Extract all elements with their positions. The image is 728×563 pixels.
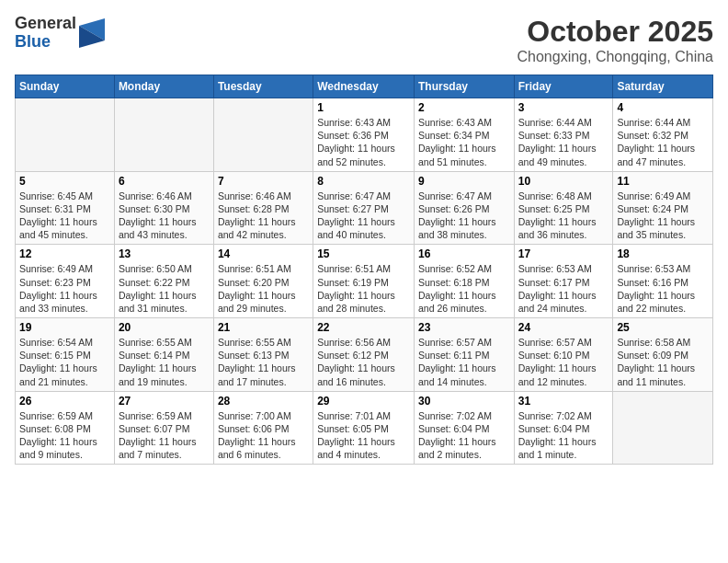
calendar-cell: 20Sunrise: 6:55 AM Sunset: 6:14 PM Dayli…	[114, 318, 213, 392]
day-info: Sunrise: 6:50 AM Sunset: 6:22 PM Dayligh…	[119, 262, 210, 315]
day-info: Sunrise: 6:57 AM Sunset: 6:10 PM Dayligh…	[518, 336, 609, 388]
day-number: 3	[518, 101, 609, 114]
calendar-cell: 13Sunrise: 6:50 AM Sunset: 6:22 PM Dayli…	[114, 245, 213, 318]
day-info: Sunrise: 6:58 AM Sunset: 6:09 PM Dayligh…	[617, 336, 709, 388]
weekday-header-monday: Monday	[114, 75, 213, 98]
logo-text: General Blue	[15, 15, 76, 52]
calendar-week-row: 19Sunrise: 6:54 AM Sunset: 6:15 PM Dayli…	[16, 318, 713, 392]
calendar-cell: 4Sunrise: 6:44 AM Sunset: 6:32 PM Daylig…	[613, 98, 713, 172]
day-number: 15	[317, 247, 410, 260]
day-info: Sunrise: 7:02 AM Sunset: 6:04 PM Dayligh…	[518, 409, 609, 462]
day-number: 9	[418, 175, 510, 188]
day-info: Sunrise: 6:57 AM Sunset: 6:11 PM Dayligh…	[418, 336, 510, 388]
calendar-cell: 9Sunrise: 6:47 AM Sunset: 6:26 PM Daylig…	[414, 171, 514, 245]
calendar-cell: 14Sunrise: 6:51 AM Sunset: 6:20 PM Dayli…	[213, 245, 313, 318]
weekday-header-friday: Friday	[514, 75, 613, 98]
calendar-cell: 1Sunrise: 6:43 AM Sunset: 6:36 PM Daylig…	[313, 98, 415, 172]
day-info: Sunrise: 6:49 AM Sunset: 6:23 PM Dayligh…	[19, 262, 110, 315]
location-subtitle: Chongxing, Chongqing, China	[518, 49, 713, 65]
day-info: Sunrise: 6:59 AM Sunset: 6:07 PM Dayligh…	[119, 409, 210, 462]
calendar-cell	[16, 98, 115, 172]
day-number: 1	[317, 101, 410, 114]
calendar-cell	[613, 391, 713, 465]
day-number: 28	[218, 395, 309, 408]
day-number: 12	[19, 247, 110, 260]
calendar-cell: 16Sunrise: 6:52 AM Sunset: 6:18 PM Dayli…	[414, 245, 514, 318]
calendar-cell: 19Sunrise: 6:54 AM Sunset: 6:15 PM Dayli…	[16, 318, 115, 392]
calendar-cell: 12Sunrise: 6:49 AM Sunset: 6:23 PM Dayli…	[16, 245, 115, 318]
calendar-header: SundayMondayTuesdayWednesdayThursdayFrid…	[16, 75, 713, 98]
day-number: 16	[418, 247, 510, 260]
weekday-header-sunday: Sunday	[16, 75, 115, 98]
calendar-cell: 31Sunrise: 7:02 AM Sunset: 6:04 PM Dayli…	[514, 391, 613, 465]
calendar-cell: 5Sunrise: 6:45 AM Sunset: 6:31 PM Daylig…	[16, 171, 115, 245]
calendar-cell: 26Sunrise: 6:59 AM Sunset: 6:08 PM Dayli…	[16, 391, 115, 465]
calendar-week-row: 5Sunrise: 6:45 AM Sunset: 6:31 PM Daylig…	[16, 171, 713, 245]
day-info: Sunrise: 6:45 AM Sunset: 6:31 PM Dayligh…	[19, 190, 110, 242]
calendar-cell: 6Sunrise: 6:46 AM Sunset: 6:30 PM Daylig…	[114, 171, 213, 245]
day-info: Sunrise: 6:53 AM Sunset: 6:17 PM Dayligh…	[518, 262, 609, 315]
calendar-cell: 8Sunrise: 6:47 AM Sunset: 6:27 PM Daylig…	[313, 171, 415, 245]
calendar-cell: 11Sunrise: 6:49 AM Sunset: 6:24 PM Dayli…	[613, 171, 713, 245]
day-number: 8	[317, 175, 410, 188]
day-number: 29	[317, 395, 410, 408]
calendar-cell: 10Sunrise: 6:48 AM Sunset: 6:25 PM Dayli…	[514, 171, 613, 245]
month-title: October 2025	[518, 15, 713, 49]
day-number: 2	[418, 101, 510, 114]
day-number: 20	[119, 321, 210, 334]
calendar-cell	[213, 98, 313, 172]
day-number: 6	[119, 175, 210, 188]
page-header: General Blue October 2025 Chongxing, Cho…	[15, 15, 713, 65]
day-info: Sunrise: 6:51 AM Sunset: 6:20 PM Dayligh…	[218, 262, 309, 315]
calendar-cell: 28Sunrise: 7:00 AM Sunset: 6:06 PM Dayli…	[213, 391, 313, 465]
day-number: 5	[19, 175, 110, 188]
calendar-cell	[114, 98, 213, 172]
day-number: 19	[19, 321, 110, 334]
day-info: Sunrise: 7:00 AM Sunset: 6:06 PM Dayligh…	[218, 409, 309, 462]
calendar-cell: 22Sunrise: 6:56 AM Sunset: 6:12 PM Dayli…	[313, 318, 415, 392]
day-info: Sunrise: 6:49 AM Sunset: 6:24 PM Dayligh…	[617, 190, 709, 242]
day-info: Sunrise: 6:59 AM Sunset: 6:08 PM Dayligh…	[19, 409, 110, 462]
weekday-header-thursday: Thursday	[414, 75, 514, 98]
day-info: Sunrise: 6:43 AM Sunset: 6:34 PM Dayligh…	[418, 116, 510, 168]
calendar-cell: 29Sunrise: 7:01 AM Sunset: 6:05 PM Dayli…	[313, 391, 415, 465]
weekday-header-saturday: Saturday	[613, 75, 713, 98]
calendar-week-row: 26Sunrise: 6:59 AM Sunset: 6:08 PM Dayli…	[16, 391, 713, 465]
calendar-cell: 17Sunrise: 6:53 AM Sunset: 6:17 PM Dayli…	[514, 245, 613, 318]
calendar-cell: 2Sunrise: 6:43 AM Sunset: 6:34 PM Daylig…	[414, 98, 514, 172]
day-info: Sunrise: 6:55 AM Sunset: 6:14 PM Dayligh…	[119, 336, 210, 388]
logo-general: General	[15, 15, 76, 33]
day-info: Sunrise: 6:46 AM Sunset: 6:30 PM Dayligh…	[119, 190, 210, 242]
day-info: Sunrise: 7:02 AM Sunset: 6:04 PM Dayligh…	[418, 409, 510, 462]
calendar-cell: 25Sunrise: 6:58 AM Sunset: 6:09 PM Dayli…	[613, 318, 713, 392]
logo-icon	[79, 18, 105, 48]
weekday-header-wednesday: Wednesday	[313, 75, 415, 98]
calendar-cell: 23Sunrise: 6:57 AM Sunset: 6:11 PM Dayli…	[414, 318, 514, 392]
logo: General Blue	[15, 15, 105, 52]
day-number: 31	[518, 395, 609, 408]
day-info: Sunrise: 6:55 AM Sunset: 6:13 PM Dayligh…	[218, 336, 309, 388]
title-section: October 2025 Chongxing, Chongqing, China	[518, 15, 713, 65]
logo-blue: Blue	[15, 33, 76, 52]
calendar-week-row: 1Sunrise: 6:43 AM Sunset: 6:36 PM Daylig…	[16, 98, 713, 172]
day-number: 4	[617, 101, 709, 114]
day-number: 11	[617, 175, 709, 188]
day-number: 26	[19, 395, 110, 408]
calendar-cell: 24Sunrise: 6:57 AM Sunset: 6:10 PM Dayli…	[514, 318, 613, 392]
day-number: 7	[218, 175, 309, 188]
day-number: 23	[418, 321, 510, 334]
day-info: Sunrise: 6:51 AM Sunset: 6:19 PM Dayligh…	[317, 262, 410, 315]
day-number: 13	[119, 247, 210, 260]
day-info: Sunrise: 6:54 AM Sunset: 6:15 PM Dayligh…	[19, 336, 110, 388]
day-info: Sunrise: 6:48 AM Sunset: 6:25 PM Dayligh…	[518, 190, 609, 242]
calendar-cell: 3Sunrise: 6:44 AM Sunset: 6:33 PM Daylig…	[514, 98, 613, 172]
day-info: Sunrise: 6:47 AM Sunset: 6:27 PM Dayligh…	[317, 190, 410, 242]
calendar-cell: 18Sunrise: 6:53 AM Sunset: 6:16 PM Dayli…	[613, 245, 713, 318]
day-number: 17	[518, 247, 609, 260]
weekday-header-tuesday: Tuesday	[213, 75, 313, 98]
calendar-cell: 30Sunrise: 7:02 AM Sunset: 6:04 PM Dayli…	[414, 391, 514, 465]
calendar-cell: 21Sunrise: 6:55 AM Sunset: 6:13 PM Dayli…	[213, 318, 313, 392]
day-info: Sunrise: 6:44 AM Sunset: 6:32 PM Dayligh…	[617, 116, 709, 168]
calendar-cell: 7Sunrise: 6:46 AM Sunset: 6:28 PM Daylig…	[213, 171, 313, 245]
calendar-week-row: 12Sunrise: 6:49 AM Sunset: 6:23 PM Dayli…	[16, 245, 713, 318]
